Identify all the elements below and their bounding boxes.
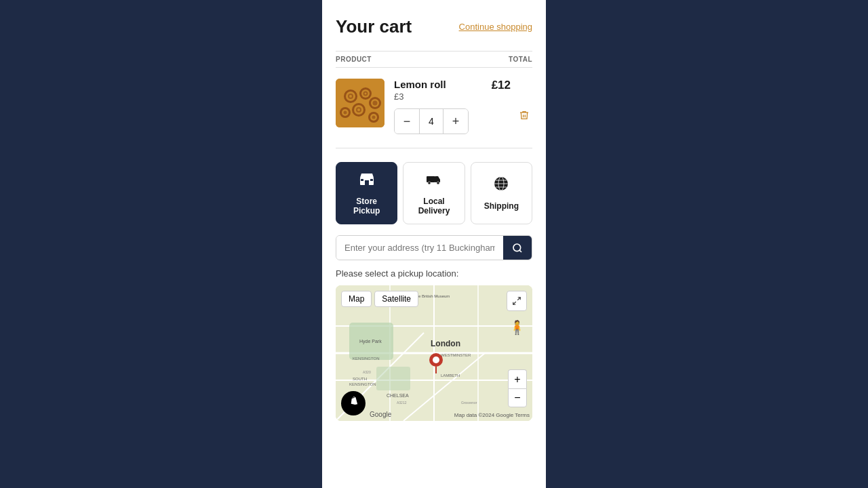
item-total-price: £12 [492, 79, 511, 92]
svg-point-34 [513, 244, 521, 251]
item-name: Lemon roll [394, 79, 485, 90]
product-image [336, 79, 384, 127]
svg-point-60 [433, 357, 439, 363]
cart-container: Your cart Continue shopping PRODUCT TOTA… [322, 0, 546, 488]
svg-text:A3212: A3212 [397, 401, 407, 405]
trash-icon [519, 110, 530, 121]
svg-text:CHELSEA: CHELSEA [387, 393, 409, 398]
svg-text:LAMBETH: LAMBETH [441, 373, 460, 378]
zoom-in-button[interactable]: + [508, 369, 527, 388]
google-logo: Google [370, 411, 391, 418]
svg-rect-23 [365, 180, 369, 185]
svg-text:WESTMINSTER: WESTMINSTER [441, 353, 471, 357]
cart-item: Lemon roll £3 − 4 + £12 [336, 79, 532, 134]
address-search-button[interactable] [503, 236, 532, 260]
delivery-options: Store Pickup Local Delivery [336, 148, 532, 224]
svg-text:SOUTH: SOUTH [353, 377, 367, 381]
svg-rect-47 [376, 367, 410, 390]
pickup-location-label: Please select a pickup location: [336, 268, 532, 279]
svg-point-27 [428, 182, 431, 184]
svg-text:A320: A320 [363, 370, 371, 374]
shipping-option[interactable]: Shipping [471, 162, 532, 224]
svg-text:Grosvenor: Grosvenor [461, 401, 477, 405]
fullscreen-icon [512, 296, 521, 306]
svg-point-21 [372, 116, 376, 119]
svg-point-28 [437, 182, 439, 184]
delete-item-button[interactable] [516, 107, 532, 123]
increase-quantity-button[interactable]: + [443, 109, 468, 134]
item-unit-price: £3 [394, 92, 485, 102]
map-fullscreen-button[interactable] [507, 291, 527, 311]
map-container[interactable]: Hyde Park London KENSINGTON WESTMINSTER … [336, 285, 532, 421]
product-column-header: PRODUCT [336, 56, 372, 63]
quantity-controls: − 4 + [394, 108, 469, 134]
shipping-icon [493, 176, 509, 196]
shipping-label: Shipping [484, 201, 519, 211]
pegman-control[interactable]: 🧍 [509, 319, 526, 336]
store-icon [359, 171, 375, 187]
cart-header: Your cart Continue shopping [336, 16, 532, 37]
address-search-bar [336, 235, 532, 260]
shopify-badge [341, 391, 366, 415]
svg-line-63 [513, 302, 516, 304]
continue-shopping-link[interactable]: Continue shopping [459, 22, 532, 32]
cart-title: Your cart [336, 16, 412, 37]
svg-point-8 [365, 93, 367, 95]
svg-rect-25 [370, 179, 373, 181]
decrease-quantity-button[interactable]: − [395, 109, 419, 134]
svg-rect-24 [361, 179, 363, 181]
svg-point-4 [349, 95, 352, 98]
svg-line-35 [519, 250, 521, 252]
map-controls-top: Map Satellite [341, 291, 418, 307]
map-attribution: Map data ©2024 Google Terms [454, 412, 530, 418]
svg-text:KENSINGTON: KENSINGTON [349, 382, 376, 386]
truck-icon [426, 171, 442, 187]
svg-line-62 [517, 298, 520, 300]
zoom-out-button[interactable]: − [508, 388, 527, 407]
store-pickup-icon [359, 171, 375, 191]
svg-text:London: London [431, 339, 460, 348]
svg-text:The British Museum: The British Museum [414, 294, 450, 298]
local-delivery-label: Local Delivery [409, 197, 458, 216]
satellite-view-button[interactable]: Satellite [374, 291, 418, 307]
local-delivery-option[interactable]: Local Delivery [403, 162, 465, 224]
svg-text:Hyde Park: Hyde Park [359, 339, 382, 344]
map-background: Hyde Park London KENSINGTON WESTMINSTER … [336, 285, 532, 421]
map-zoom-controls: + − [508, 369, 527, 407]
table-header: PRODUCT TOTAL [336, 51, 532, 68]
item-details: Lemon roll £3 − 4 + [394, 79, 485, 134]
map-view-button[interactable]: Map [341, 291, 372, 307]
local-delivery-icon [426, 171, 442, 191]
svg-rect-26 [427, 176, 435, 182]
store-pickup-option[interactable]: Store Pickup [336, 162, 397, 224]
svg-point-11 [373, 101, 378, 106]
globe-icon [493, 176, 509, 192]
svg-text:KENSINGTON: KENSINGTON [353, 357, 380, 361]
quantity-value: 4 [419, 109, 443, 134]
total-column-header: TOTAL [509, 56, 532, 63]
svg-point-18 [344, 111, 347, 115]
svg-point-15 [357, 108, 360, 111]
shopify-icon [347, 396, 360, 410]
address-input[interactable] [336, 236, 503, 260]
store-pickup-label: Store Pickup [342, 197, 391, 216]
search-icon [512, 243, 523, 253]
